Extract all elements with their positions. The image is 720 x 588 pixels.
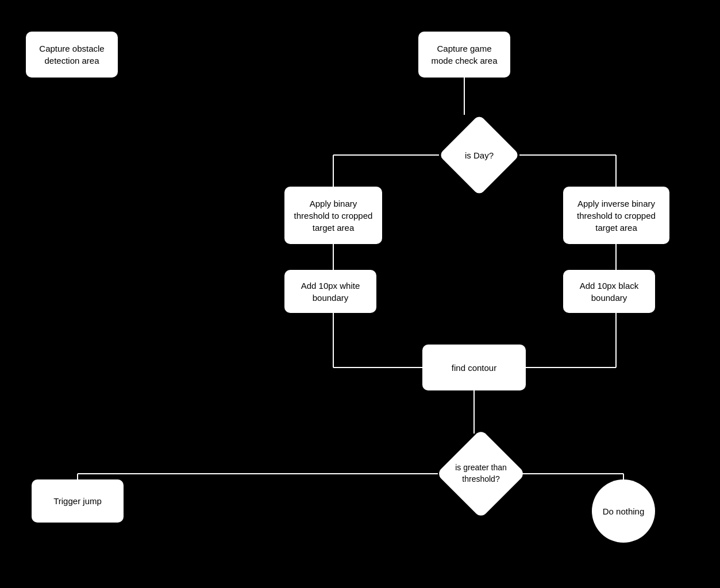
add-black-boundary-node: Add 10px black boundary [563,270,655,313]
trigger-jump-label: Trigger jump [53,495,102,507]
is-day-diamond: is Day? [439,115,519,195]
capture-game-mode-node: Capture game mode check area [418,32,510,78]
apply-binary-node: Apply binary threshold to cropped target… [284,187,382,244]
do-nothing-node: Do nothing [592,479,655,543]
capture-obstacle-label: Capture obstacle detection area [34,42,110,67]
find-contour-label: find contour [452,362,496,374]
capture-game-mode-label: Capture game mode check area [426,42,502,67]
add-black-boundary-label: Add 10px black boundary [571,280,647,304]
apply-binary-label: Apply binary threshold to cropped target… [292,198,374,234]
apply-inverse-binary-node: Apply inverse binary threshold to croppe… [563,187,669,244]
apply-inverse-binary-label: Apply inverse binary threshold to croppe… [571,198,661,234]
capture-obstacle-node: Capture obstacle detection area [26,32,118,78]
find-contour-node: find contour [422,345,526,390]
is-greater-diamond: is greater than threshold? [438,431,524,517]
trigger-jump-node: Trigger jump [32,479,124,523]
is-greater-label: is greater than threshold? [452,462,510,485]
add-white-boundary-node: Add 10px white boundary [284,270,376,313]
do-nothing-label: Do nothing [603,505,645,517]
is-day-label: is Day? [453,149,505,161]
add-white-boundary-label: Add 10px white boundary [292,280,368,304]
